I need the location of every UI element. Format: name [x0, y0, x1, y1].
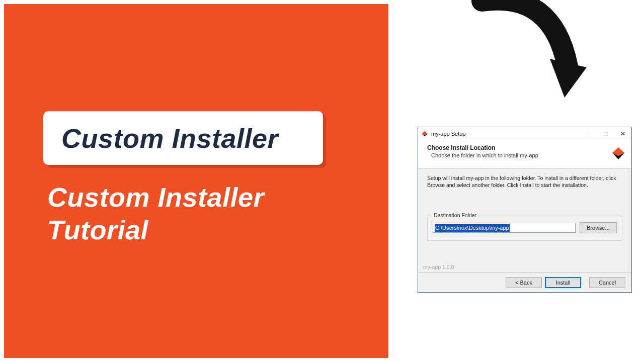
dialog-instructions: Setup will install my-app in the followi…: [427, 174, 622, 189]
app-icon-large: [611, 146, 625, 160]
app-icon: [421, 130, 428, 137]
cancel-button[interactable]: Cancel: [589, 277, 625, 288]
browse-button[interactable]: Browse...: [580, 222, 617, 233]
subtitle-line1: Custom Installer: [47, 182, 264, 212]
dialog-title: my-app Setup: [431, 131, 580, 137]
tutorial-subtitle: Custom Installer Tutorial: [47, 181, 264, 246]
close-button[interactable]: ✕: [614, 127, 631, 140]
title-card: Custom Installer: [43, 111, 323, 165]
arrow-icon: [462, 0, 598, 117]
subtitle-line2: Tutorial: [47, 215, 148, 245]
install-button[interactable]: Install: [545, 277, 581, 288]
maximize-button: □: [597, 127, 614, 140]
destination-folder-group: Destination Folder C:\Users\nox\Desktop\…: [427, 216, 622, 241]
destination-folder-legend: Destination Folder: [432, 212, 478, 218]
minimize-button[interactable]: —: [580, 127, 597, 140]
dialog-footer: < Back Install Cancel: [418, 272, 631, 292]
dialog-header: Choose Install Location Choose the folde…: [418, 140, 631, 168]
destination-path-value: C:\Users\nox\Desktop\my-app: [435, 224, 510, 232]
title-card-text: Custom Installer: [61, 123, 278, 154]
destination-path-input[interactable]: C:\Users\nox\Desktop\my-app: [433, 223, 576, 233]
tutorial-left-panel: Custom Installer Custom Installer Tutori…: [4, 4, 388, 358]
dialog-version-label: my-app 1.0.0: [423, 264, 454, 270]
dialog-titlebar[interactable]: my-app Setup — □ ✕: [418, 127, 631, 140]
dialog-header-subtitle: Choose the folder in which to install my…: [425, 152, 624, 158]
installer-dialog: my-app Setup — □ ✕ Choose Install Locati…: [418, 127, 632, 293]
dialog-header-title: Choose Install Location: [425, 144, 624, 151]
back-button[interactable]: < Back: [506, 277, 542, 288]
dialog-body: Setup will install my-app in the followi…: [418, 168, 631, 241]
